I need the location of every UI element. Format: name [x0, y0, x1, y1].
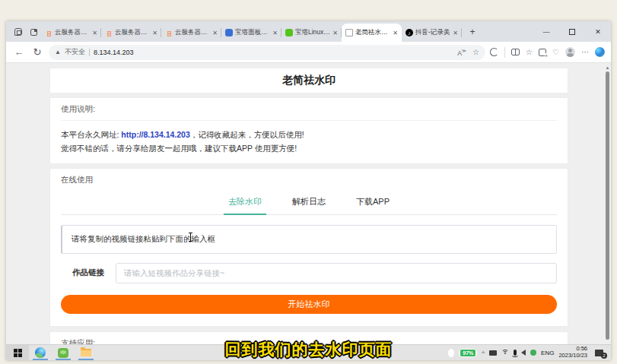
- tab-strip: [-]云服务器管理✕[-]云服务器管理✕[-]云服务器管理✕宝塔面板_首页✕宝塔…: [6, 21, 611, 42]
- link-form-row: 作品链接: [61, 263, 557, 283]
- douyin-favicon: ♪: [406, 29, 413, 36]
- favorite-star-icon[interactable]: ☆: [472, 48, 479, 56]
- tab-download-app[interactable]: 下载APP: [355, 196, 391, 214]
- usage-line2: 觉得不错的话，请分享给朋友一起用哦，建议下载APP 使用更方便!: [61, 141, 557, 155]
- cloud-console-favicon: [-]: [45, 29, 52, 36]
- extension-icon[interactable]: [490, 48, 498, 56]
- page-scrollbar[interactable]: ▲: [605, 65, 610, 343]
- tab-close-icon[interactable]: ✕: [92, 30, 97, 36]
- cloud-console-favicon: [-]: [105, 29, 113, 36]
- online-use-heading: 在线使用: [61, 169, 557, 196]
- usage-line1: 本平台永久网址: http://8.134.14.203，记得收藏起来，方便以后…: [61, 128, 557, 141]
- tab-parse-log[interactable]: 解析日志: [291, 196, 327, 214]
- video-link-input[interactable]: [116, 263, 557, 283]
- address-bar[interactable]: ▲ 不安全 8.134.14.203 A≫ ☆: [49, 45, 485, 60]
- tab-actions-icon[interactable]: [26, 24, 41, 40]
- split-screen-icon[interactable]: [511, 49, 520, 55]
- tab-close-icon[interactable]: ✕: [272, 30, 278, 36]
- favorites-icon[interactable]: ☆: [526, 48, 533, 56]
- browser-tab[interactable]: [-]云服务器管理✕: [161, 24, 221, 42]
- baota-favicon: [225, 29, 233, 36]
- permanent-url-link[interactable]: http://8.134.14.203: [121, 130, 189, 139]
- close-button[interactable]: ✕: [585, 21, 611, 42]
- tab-title: 云服务器管理: [175, 28, 210, 37]
- start-remove-watermark-button[interactable]: 开始祛水印: [61, 295, 557, 314]
- scrollbar-up-arrow[interactable]: ▲: [605, 65, 610, 71]
- cloud-console-favicon: [-]: [165, 29, 173, 36]
- tab-title: 宝塔面板_首页: [235, 28, 270, 37]
- page-title: 老简祛水印: [49, 68, 568, 93]
- ibeam-cursor: [190, 233, 191, 242]
- scrollbar-thumb[interactable]: [606, 71, 609, 340]
- baota-linux-favicon: [285, 29, 293, 36]
- page-content: 老简祛水印 使用说明: 本平台永久网址: http://8.134.14.203…: [6, 63, 611, 344]
- browser-tab[interactable]: 宝塔Linux面板✕: [281, 24, 342, 42]
- browser-tab[interactable]: 宝塔面板_首页✕: [221, 24, 281, 42]
- usage-card: 使用说明: 本平台永久网址: http://8.134.14.203，记得收藏起…: [49, 97, 568, 164]
- usage-heading: 使用说明:: [61, 98, 557, 121]
- profile-avatar[interactable]: [565, 47, 575, 57]
- tab-title: 云服务器管理: [55, 28, 90, 37]
- window-controls: — ✕: [533, 21, 611, 42]
- back-button[interactable]: ←: [12, 46, 26, 58]
- tab-close-icon[interactable]: ✕: [393, 30, 398, 36]
- browser-tab[interactable]: 老简祛水印-在✕: [342, 24, 402, 42]
- link-label: 作品链接: [61, 267, 116, 278]
- read-aloud-icon[interactable]: A≫: [457, 48, 466, 57]
- tab-title: 云服务器管理: [115, 28, 150, 37]
- security-label[interactable]: 不安全: [65, 47, 85, 57]
- browser-essentials-icon[interactable]: ♡: [552, 48, 559, 56]
- url-text[interactable]: 8.134.14.203: [94, 49, 134, 56]
- subtitle-overlay: 回到我们的去水印页面: [0, 339, 617, 360]
- new-tab-button[interactable]: +: [465, 24, 480, 40]
- reload-button[interactable]: ↻: [30, 46, 44, 58]
- tab-close-icon[interactable]: ✕: [453, 30, 458, 36]
- browser-window: [-]云服务器管理✕[-]云服务器管理✕[-]云服务器管理✕宝塔面板_首页✕宝塔…: [6, 21, 611, 360]
- more-icon[interactable]: ···: [581, 48, 589, 56]
- paste-notice: 请将复制的视频链接粘贴到下面的输入框: [61, 225, 557, 254]
- tab-title: 老简祛水印-在: [355, 28, 390, 37]
- online-use-card: 在线使用 去除水印 解析日志 下载APP 请将复制的视频链接粘贴到下面的输入框 …: [49, 168, 568, 327]
- collections-icon[interactable]: [539, 49, 546, 56]
- page-tabs: 去除水印 解析日志 下载APP: [61, 196, 557, 215]
- copilot-icon[interactable]: [595, 47, 605, 57]
- browser-tab[interactable]: [-]云服务器管理✕: [101, 24, 161, 42]
- toolbar-divider: [504, 47, 505, 58]
- tab-title: 抖音-记录美: [415, 28, 450, 37]
- tab-remove-watermark[interactable]: 去除水印: [227, 196, 263, 214]
- security-warning-icon: ▲: [55, 49, 61, 55]
- tab-close-icon[interactable]: ✕: [212, 30, 218, 36]
- browser-tab[interactable]: [-]云服务器管理✕: [41, 24, 101, 42]
- tab-close-icon[interactable]: ✕: [152, 30, 157, 36]
- tab-close-icon[interactable]: ✕: [332, 30, 338, 36]
- omnibox-divider: [89, 49, 90, 56]
- browser-toolbar: ← ↻ ▲ 不安全 8.134.14.203 A≫ ☆ ☆ ♡ ···: [6, 42, 611, 63]
- document-favicon: [345, 29, 353, 36]
- workspaces-icon[interactable]: [11, 24, 26, 40]
- toolbar-right-icons: ☆ ♡ ···: [490, 47, 605, 58]
- browser-tab[interactable]: ♪抖音-记录美✕: [402, 24, 462, 42]
- browser-tabs: [-]云服务器管理✕[-]云服务器管理✕[-]云服务器管理✕宝塔面板_首页✕宝塔…: [41, 21, 462, 42]
- tab-title: 宝塔Linux面板: [295, 28, 330, 37]
- maximize-button[interactable]: [559, 21, 585, 42]
- minimize-button[interactable]: —: [533, 21, 559, 42]
